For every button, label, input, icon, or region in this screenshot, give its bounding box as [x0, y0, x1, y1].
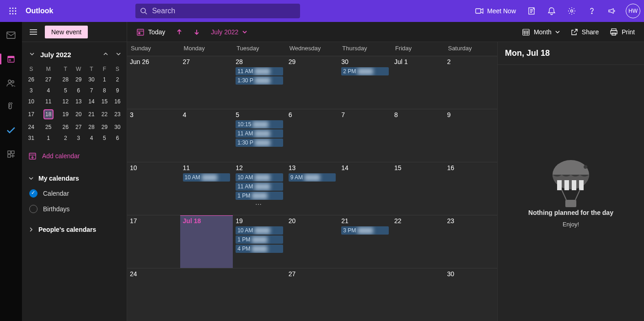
calendar-rail-icon[interactable] [2, 51, 20, 67]
calendar-event[interactable]: 10 AM ████ [236, 226, 283, 235]
calendar-event[interactable]: 11 AM ████ [236, 129, 283, 138]
calendar-event[interactable]: 3 PM ████ [341, 226, 389, 235]
day-cell[interactable]: 213 PM ████ [338, 215, 392, 268]
day-cell[interactable]: 27 [180, 56, 233, 109]
day-cell[interactable]: 7 [338, 109, 392, 162]
mini-day[interactable]: 14 [85, 96, 98, 107]
day-cell[interactable]: Jul 1 [392, 56, 445, 109]
day-cell[interactable]: 16 [444, 162, 497, 215]
day-cell[interactable]: 29 [286, 56, 339, 109]
new-event-button[interactable]: New event [45, 26, 88, 38]
day-cell[interactable]: 23 [444, 215, 497, 268]
peoples-calendars-group[interactable]: People's calendars [27, 222, 121, 237]
checkbox-checked-icon[interactable] [29, 189, 38, 198]
day-cell[interactable]: 510:15 ████11 AM ████1:30 P ████ [233, 109, 286, 162]
calendar-event[interactable]: 1 PM ████ [236, 235, 283, 244]
mini-day[interactable]: 17 [25, 107, 38, 122]
day-cell[interactable]: 139 AM ████ [286, 162, 339, 215]
calendar-event[interactable]: 4 PM ████ [236, 245, 283, 253]
day-cell[interactable]: 1910 AM ████1 PM ████4 PM ████ [233, 215, 286, 268]
view-switcher[interactable]: Month [518, 26, 564, 38]
mini-day[interactable]: 30 [111, 122, 124, 133]
files-rail-icon[interactable] [2, 99, 20, 114]
mini-day[interactable]: 2 [111, 74, 124, 85]
mini-day[interactable]: 29 [98, 122, 111, 133]
calendar-event[interactable]: 11 AM ████ [236, 182, 283, 191]
print-button[interactable]: Print [606, 27, 639, 37]
day-cell[interactable]: Jun 26 [127, 56, 180, 109]
mini-day[interactable]: 15 [98, 96, 111, 107]
calendar-event[interactable]: 10 AM ████ [183, 173, 231, 182]
mini-day[interactable]: 31 [25, 133, 38, 144]
mini-day[interactable]: 1 [38, 133, 59, 144]
mini-day[interactable]: 6 [72, 85, 85, 96]
next-period-icon[interactable] [190, 27, 204, 37]
day-cell[interactable]: 2 [444, 56, 497, 109]
day-cell[interactable]: 302 PM ████ [338, 56, 392, 109]
apps-rail-icon[interactable] [2, 146, 20, 162]
day-cell[interactable]: 30 [444, 268, 497, 321]
mail-rail-icon[interactable] [2, 27, 20, 43]
mini-day[interactable]: 16 [111, 96, 124, 107]
calendar-event[interactable]: 11 AM ████ [236, 67, 283, 75]
mini-day[interactable]: 10 [25, 96, 38, 107]
mini-day[interactable]: 21 [85, 107, 98, 122]
day-cell[interactable]: 10 [127, 162, 180, 215]
hamburger-icon[interactable] [26, 24, 41, 40]
month-picker[interactable]: July 2022 [207, 27, 251, 37]
mini-day[interactable]: 24 [25, 122, 38, 133]
mini-day[interactable]: 5 [98, 133, 111, 144]
calendar-item-birthdays[interactable]: Birthdays [27, 201, 121, 217]
mini-day[interactable]: 13 [72, 96, 85, 107]
day-cell[interactable]: 14 [338, 162, 392, 215]
people-rail-icon[interactable] [2, 75, 20, 91]
mini-day[interactable]: 22 [98, 107, 111, 122]
mini-day[interactable]: 26 [59, 122, 72, 133]
notes-icon[interactable] [522, 2, 541, 20]
mini-day[interactable]: 1 [98, 74, 111, 85]
day-cell[interactable] [392, 268, 445, 321]
meet-now-button[interactable]: Meet Now [471, 2, 521, 20]
day-cell[interactable]: 20 [286, 215, 339, 268]
share-button[interactable]: Share [567, 27, 602, 37]
mini-collapse-icon[interactable] [27, 48, 37, 60]
day-cell[interactable]: Jul 18 [180, 215, 233, 268]
mini-day[interactable]: 18 [38, 107, 59, 122]
day-cell[interactable]: 27 [286, 268, 339, 321]
app-launcher-icon[interactable] [4, 2, 22, 20]
calendar-event[interactable]: 1 PM ████ [236, 192, 283, 200]
add-calendar-button[interactable]: Add calendar [22, 144, 127, 168]
mini-prev-icon[interactable] [101, 48, 110, 60]
mini-day[interactable]: 9 [111, 85, 124, 96]
calendar-event[interactable]: 1:30 P ████ [236, 139, 283, 147]
mini-day[interactable]: 30 [85, 74, 98, 85]
todo-rail-icon[interactable] [2, 123, 20, 138]
notifications-icon[interactable] [542, 2, 561, 20]
mini-day[interactable]: 2 [59, 133, 72, 144]
mini-day[interactable]: 27 [38, 74, 59, 85]
day-cell[interactable]: 4 [180, 109, 233, 162]
settings-icon[interactable] [563, 2, 581, 20]
mini-day[interactable]: 23 [111, 107, 124, 122]
mini-day[interactable]: 27 [72, 122, 85, 133]
day-cell[interactable]: 24 [127, 268, 180, 321]
app-brand[interactable]: Outlook [26, 7, 53, 15]
mini-day[interactable]: 20 [72, 107, 85, 122]
day-cell[interactable]: 1110 AM ████ [180, 162, 233, 215]
search-input[interactable]: Search [135, 4, 300, 18]
calendar-event[interactable]: 10 AM ████ [236, 173, 283, 182]
day-cell[interactable] [233, 268, 286, 321]
calendar-event[interactable]: 2 PM ████ [341, 67, 389, 75]
day-cell[interactable] [338, 268, 392, 321]
day-cell[interactable]: 8 [392, 109, 445, 162]
prev-period-icon[interactable] [172, 27, 186, 37]
day-cell[interactable]: 15 [392, 162, 445, 215]
calendar-event[interactable]: 1:30 P ████ [236, 76, 283, 85]
day-cell[interactable] [180, 268, 233, 321]
mini-next-icon[interactable] [114, 48, 123, 60]
mini-day[interactable]: 28 [85, 122, 98, 133]
my-calendars-group[interactable]: My calendars [27, 171, 121, 186]
mini-day[interactable]: 28 [59, 74, 72, 85]
calendar-item-default[interactable]: Calendar [27, 186, 121, 201]
day-cell[interactable]: 2811 AM ████1:30 P ████ [233, 56, 286, 109]
